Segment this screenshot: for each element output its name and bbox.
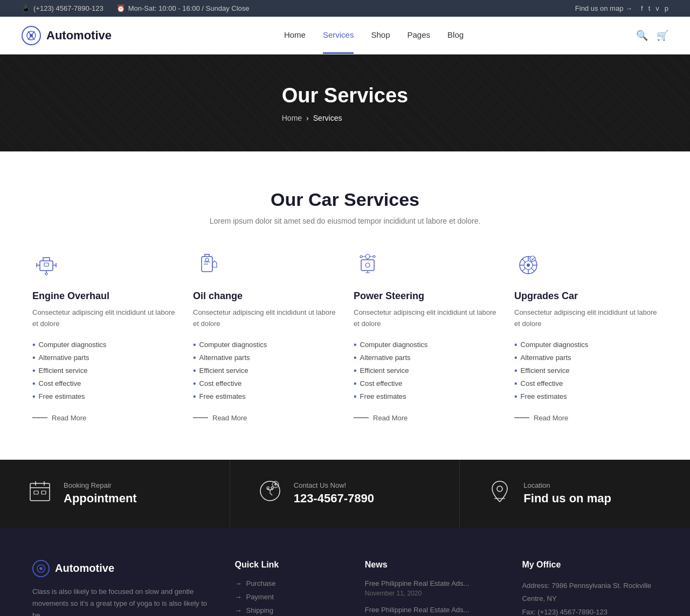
nav-pages[interactable]: Pages	[408, 17, 431, 54]
office-address: Address: 7986 Pennsylvania St. Rockville…	[522, 579, 658, 606]
service-list-1: Computer diagnostics Alternative parts E…	[193, 338, 336, 403]
steering-icon	[354, 251, 497, 281]
services-grid: Engine Overhaul Consectetur adipiscing e…	[32, 251, 658, 422]
read-more-2[interactable]: Read More	[354, 414, 497, 422]
footer: Automotive Class is also likely to be fo…	[0, 528, 690, 616]
hero-content: Our Services Home › Services	[282, 84, 408, 122]
svg-point-7	[205, 258, 209, 261]
oil-icon	[193, 251, 336, 281]
list-item: Computer diagnostics	[32, 338, 176, 351]
location-value: Find us on map	[523, 492, 611, 506]
svg-rect-19	[42, 491, 46, 494]
list-item: Efficient service	[32, 364, 176, 377]
facebook-icon[interactable]: f	[641, 4, 643, 12]
news-link-2[interactable]: Free Philippine Real Estate Ads...	[365, 606, 501, 614]
service-name-2: Power Steering	[354, 290, 497, 302]
list-item: → Shipping	[234, 606, 343, 614]
list-item: Free estimates	[193, 390, 336, 403]
news-title: News	[365, 560, 501, 570]
list-item: → Purchase	[234, 579, 343, 587]
read-more-line	[514, 417, 529, 418]
list-item: Computer diagnostics	[193, 338, 336, 351]
office-fax: Fax: (+123) 4567-7890-123	[522, 606, 658, 616]
logo-icon	[22, 26, 41, 45]
services-title: Our Car Services	[32, 189, 658, 210]
news-link-1[interactable]: Free Philippine Real Estate Ads...	[365, 579, 501, 587]
list-item: Efficient service	[193, 364, 336, 377]
list-item: Free estimates	[32, 390, 176, 403]
link-payment[interactable]: → Payment	[234, 593, 343, 601]
footer-grid: Automotive Class is also likely to be fo…	[32, 560, 658, 616]
pinterest-icon[interactable]: p	[665, 4, 668, 12]
list-item: Alternative parts	[193, 351, 336, 364]
list-item: Free estimates	[514, 390, 658, 403]
footer-brand-desc: Class is also likely to be focused on sl…	[32, 586, 213, 616]
upgrades-icon	[514, 251, 658, 281]
service-card-upgrades: Upgrades Car Consectetur adipiscing elit…	[514, 251, 658, 422]
nav-blog[interactable]: Blog	[447, 17, 464, 54]
top-bar: 📱 (+123) 4567-7890-123 ⏰ Mon-Sat: 10:00 …	[0, 0, 690, 17]
svg-rect-18	[34, 491, 38, 494]
cta-contact-text: Contact Us Now! 123-4567-7890	[294, 481, 374, 506]
search-icon[interactable]: 🔍	[636, 30, 648, 41]
list-item: Efficient service	[514, 364, 658, 377]
vimeo-icon[interactable]: v	[656, 4, 659, 12]
booking-value: Appointment	[64, 492, 137, 506]
svg-point-2	[30, 34, 33, 37]
read-more-3[interactable]: Read More	[514, 414, 658, 422]
map-link[interactable]: Find us on map →	[575, 4, 632, 12]
location-icon	[486, 477, 514, 510]
svg-rect-3	[40, 261, 53, 271]
news-item-2: Free Philippine Real Estate Ads... Novem…	[365, 606, 501, 616]
twitter-icon[interactable]: t	[648, 4, 651, 12]
footer-logo[interactable]: Automotive	[32, 560, 213, 577]
list-item: → Payment	[234, 593, 343, 601]
svg-point-10	[360, 255, 362, 258]
read-more-line	[32, 417, 47, 418]
footer-quick-links: Quick Link → Purchase → Payment → Shippi…	[234, 560, 343, 616]
cta-contact[interactable]: Contact Us Now! 123-4567-7890	[230, 460, 460, 528]
svg-point-9	[365, 254, 370, 259]
social-icons: f t v p	[641, 4, 668, 12]
service-card-oil: Oil change Consectetur adipiscing elit i…	[193, 251, 336, 422]
contact-icon	[256, 477, 284, 510]
read-more-1[interactable]: Read More	[193, 414, 336, 422]
footer-brand: Automotive Class is also likely to be fo…	[32, 560, 213, 616]
hero-banner: Our Services Home › Services	[0, 54, 690, 151]
arrow-icon: →	[234, 579, 242, 587]
booking-icon	[26, 477, 54, 510]
service-name-1: Oil change	[193, 290, 336, 302]
cart-icon[interactable]: 🛒	[657, 30, 668, 41]
hours-info: ⏰ Mon-Sat: 10:00 - 16:00 / Sunday Close	[116, 4, 250, 12]
svg-point-24	[497, 486, 502, 492]
service-desc-0: Consectetur adipiscing elit incididunt u…	[32, 307, 176, 330]
link-purchase[interactable]: → Purchase	[234, 579, 343, 587]
svg-rect-4	[44, 263, 49, 266]
service-desc-2: Consectetur adipiscing elit incididunt u…	[354, 307, 497, 330]
list-item: Computer diagnostics	[354, 338, 497, 351]
service-card-steering: Power Steering Consectetur adipiscing el…	[354, 251, 497, 422]
breadcrumb-home[interactable]: Home	[282, 114, 302, 122]
service-desc-1: Consectetur adipiscing elit incididunt u…	[193, 307, 336, 330]
svg-rect-8	[361, 260, 374, 271]
svg-point-12	[365, 263, 370, 267]
list-item: Computer diagnostics	[514, 338, 658, 351]
header-actions: 🔍 🛒	[636, 30, 668, 41]
link-shipping[interactable]: → Shipping	[234, 606, 343, 614]
nav-services[interactable]: Services	[323, 17, 354, 54]
cta-booking[interactable]: Booking Repair Appointment	[0, 460, 230, 528]
read-more-0[interactable]: Read More	[32, 414, 176, 422]
nav-shop[interactable]: Shop	[371, 17, 390, 54]
list-item: Alternative parts	[514, 351, 658, 364]
logo[interactable]: Automotive	[22, 26, 112, 45]
list-item: Cost effective	[354, 377, 497, 390]
news-item-1: Free Philippine Real Estate Ads... Novem…	[365, 579, 501, 597]
location-label: Location	[523, 481, 611, 489]
hero-title: Our Services	[282, 84, 408, 107]
svg-rect-17	[30, 483, 50, 501]
cta-location[interactable]: Location Find us on map	[460, 460, 690, 528]
svg-point-22	[271, 487, 273, 489]
service-list-2: Computer diagnostics Alternative parts E…	[354, 338, 497, 403]
service-list-3: Computer diagnostics Alternative parts E…	[514, 338, 658, 403]
nav-home[interactable]: Home	[284, 17, 306, 54]
